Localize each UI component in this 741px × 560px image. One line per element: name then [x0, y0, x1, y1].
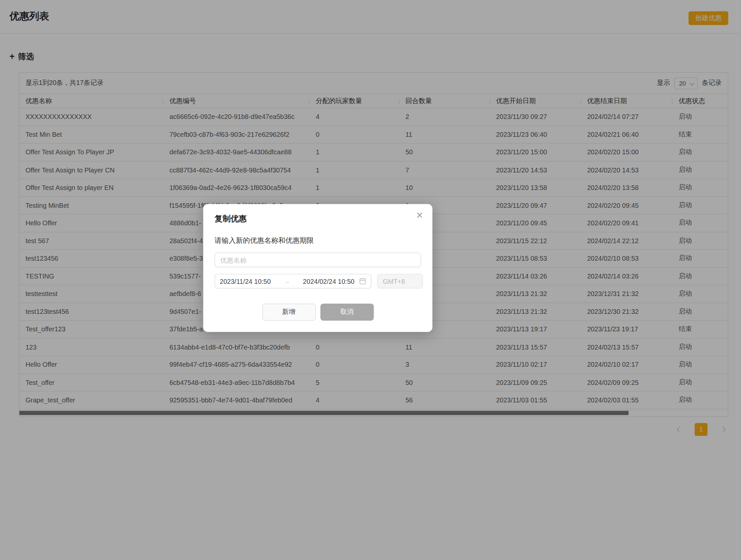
timezone-field: GMT+8: [377, 274, 423, 289]
modal-title: 复制优惠: [215, 214, 421, 224]
modal-actions: 新增 取消: [215, 304, 421, 320]
range-arrow-icon: →: [275, 277, 298, 285]
range-end-value: 2024/02/24 10:50: [303, 277, 354, 285]
offer-name-input[interactable]: [215, 253, 421, 267]
confirm-add-button[interactable]: 新增: [262, 304, 316, 320]
calendar-icon: [359, 277, 366, 285]
range-start-value: 2023/11/24 10:50: [220, 277, 271, 285]
copy-offer-modal: 复制优惠 × 请输入新的优惠名称和优惠期限 2023/11/24 10:50 →…: [203, 204, 432, 332]
cancel-button[interactable]: 取消: [320, 304, 374, 320]
date-range-row: 2023/11/24 10:50 → 2024/02/24 10:50 GMT+…: [215, 274, 421, 289]
close-icon[interactable]: ×: [414, 208, 424, 223]
date-range-picker[interactable]: 2023/11/24 10:50 → 2024/02/24 10:50: [215, 274, 371, 289]
modal-prompt: 请输入新的优惠名称和优惠期限: [215, 236, 421, 245]
page: 优惠列表 创建优惠 + 筛选 显示1到20条，共17条记录 显示 20 条记录 …: [0, 0, 741, 560]
